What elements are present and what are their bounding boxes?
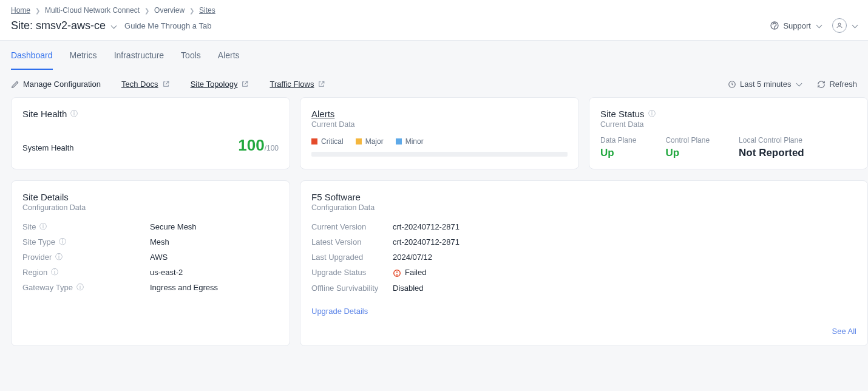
sw-row-offline-survivability: Offline Survivability Disabled — [311, 280, 856, 296]
time-range-label: Last 5 minutes — [740, 80, 792, 89]
fail-icon — [393, 268, 401, 277]
local-control-plane-value: Not Reported — [739, 147, 804, 159]
tabs: Dashboard Metrics Infrastructure Tools A… — [0, 41, 868, 70]
major-color-icon — [356, 138, 362, 144]
system-health-label: System Health — [22, 143, 74, 152]
tech-docs-label: Tech Docs — [121, 80, 158, 89]
tab-metrics[interactable]: Metrics — [70, 41, 97, 70]
chevron-down-icon — [795, 80, 801, 89]
svg-point-5 — [397, 274, 398, 275]
detail-row-gateway-type: Gateway Typeⓘ Ingress and Egress — [22, 280, 279, 295]
manage-configuration-button[interactable]: Manage Configuration — [11, 80, 101, 89]
breadcrumb-mcn[interactable]: Multi-Cloud Network Connect — [45, 6, 140, 15]
control-plane-label: Control Plane — [665, 136, 710, 144]
chevron-down-icon[interactable] — [109, 19, 116, 32]
sw-label-current-version: Current Version — [311, 222, 393, 231]
detail-row-region: Regionⓘ us-east-2 — [22, 265, 279, 280]
site-topology-label: Site Topology — [191, 80, 238, 89]
sw-value-latest-version: crt-20240712-2871 — [393, 237, 459, 246]
site-status-card: Site Status ⓘ Current Data Data Plane Up… — [589, 97, 868, 169]
external-link-icon — [162, 80, 170, 88]
chevron-down-icon — [815, 21, 821, 30]
site-health-title: Site Health ⓘ — [22, 109, 279, 119]
info-icon[interactable]: ⓘ — [59, 237, 66, 247]
external-link-icon — [241, 80, 249, 88]
chevron-right-icon: ❯ — [35, 7, 40, 14]
sw-label-latest-version: Latest Version — [311, 237, 393, 246]
tab-tools[interactable]: Tools — [181, 41, 201, 70]
svg-point-2 — [838, 23, 841, 25]
control-plane-value: Up — [665, 147, 710, 159]
detail-label-site-type: Site Typeⓘ — [22, 237, 150, 247]
alerts-legend: Critical Major Minor — [311, 137, 568, 146]
data-plane-status: Data Plane Up — [600, 136, 636, 159]
info-icon[interactable]: ⓘ — [51, 267, 58, 277]
legend-major-label: Major — [365, 137, 384, 146]
refresh-button[interactable]: Refresh — [817, 80, 857, 89]
info-icon[interactable]: ⓘ — [76, 282, 84, 293]
site-details-card: Site Details Configuration Data Siteⓘ Se… — [11, 180, 290, 346]
critical-color-icon — [311, 138, 317, 144]
info-icon[interactable]: ⓘ — [70, 109, 78, 119]
alerts-subtitle: Current Data — [311, 120, 568, 129]
user-menu[interactable] — [832, 18, 857, 33]
sw-value-last-upgraded: 2024/07/12 — [393, 253, 432, 262]
chevron-right-icon: ❯ — [144, 7, 149, 14]
local-control-plane-status: Local Control Plane Not Reported — [739, 136, 804, 159]
time-range-selector[interactable]: Last 5 minutes — [728, 80, 802, 89]
page-title[interactable]: Site: smsv2-aws-ce — [11, 19, 116, 32]
support-button[interactable]: Support — [770, 21, 821, 30]
legend-minor-label: Minor — [405, 137, 424, 146]
sw-label-offline-survivability: Offline Survivability — [311, 284, 393, 293]
legend-critical: Critical — [311, 137, 344, 146]
legend-minor: Minor — [396, 137, 424, 146]
upgrade-details-link[interactable]: Upgrade Details — [311, 307, 368, 316]
alerts-card: Alerts Current Data Critical Major Minor — [300, 97, 579, 169]
sw-label-last-upgraded: Last Upgraded — [311, 253, 393, 262]
site-details-rows: Siteⓘ Secure Mesh Site Typeⓘ Mesh Provid… — [22, 219, 279, 295]
detail-row-provider: Providerⓘ AWS — [22, 250, 279, 265]
toolbar-right: Last 5 minutes Refresh — [728, 80, 857, 89]
chevron-down-icon — [850, 21, 857, 30]
breadcrumb-sites[interactable]: Sites — [199, 6, 215, 15]
avatar-icon — [832, 18, 847, 33]
sw-row-upgrade-status: Upgrade Status Failed — [311, 265, 856, 280]
breadcrumb-overview[interactable]: Overview — [154, 6, 185, 15]
alerts-title: Alerts — [311, 109, 568, 119]
svg-point-1 — [775, 28, 775, 29]
traffic-flows-link[interactable]: Traffic Flows — [270, 80, 325, 89]
info-icon[interactable]: ⓘ — [55, 252, 63, 262]
f5-software-rows: Current Version crt-20240712-2871 Latest… — [311, 219, 856, 296]
detail-label-site: Siteⓘ — [22, 222, 150, 232]
tech-docs-link[interactable]: Tech Docs — [121, 80, 170, 89]
header-right: Support — [770, 18, 857, 33]
tab-infrastructure[interactable]: Infrastructure — [114, 41, 164, 70]
traffic-flows-label: Traffic Flows — [270, 80, 314, 89]
sw-label-upgrade-status: Upgrade Status — [311, 268, 393, 277]
tab-dashboard[interactable]: Dashboard — [11, 41, 53, 70]
detail-row-site: Siteⓘ Secure Mesh — [22, 219, 279, 234]
breadcrumb-home[interactable]: Home — [11, 6, 30, 15]
info-icon[interactable]: ⓘ — [648, 109, 656, 119]
detail-value-gateway-type: Ingress and Egress — [150, 283, 218, 292]
cards-row-1: Site Health ⓘ System Health 100/100 Aler… — [0, 97, 868, 180]
site-health-title-text: Site Health — [22, 109, 67, 119]
breadcrumb: Home ❯ Multi-Cloud Network Connect ❯ Ove… — [0, 0, 868, 15]
info-icon[interactable]: ⓘ — [39, 222, 47, 232]
alerts-title-link[interactable]: Alerts — [311, 109, 334, 119]
sw-row-last-upgraded: Last Upgraded 2024/07/12 — [311, 250, 856, 265]
header: Home ❯ Multi-Cloud Network Connect ❯ Ove… — [0, 0, 868, 41]
detail-value-provider: AWS — [150, 253, 168, 262]
site-details-title: Site Details — [22, 192, 279, 202]
guide-me-link[interactable]: Guide Me Through a Tab — [124, 21, 211, 30]
f5-software-title-text: F5 Software — [311, 192, 361, 202]
sw-row-current-version: Current Version crt-20240712-2871 — [311, 219, 856, 234]
system-health-row: System Health 100/100 — [22, 136, 279, 155]
legend-major: Major — [356, 137, 384, 146]
site-health-card: Site Health ⓘ System Health 100/100 — [11, 97, 290, 169]
site-topology-link[interactable]: Site Topology — [191, 80, 249, 89]
see-all-link[interactable]: See All — [311, 327, 856, 336]
tab-alerts[interactable]: Alerts — [218, 41, 240, 70]
site-details-title-text: Site Details — [22, 192, 69, 202]
site-status-title-text: Site Status — [600, 109, 645, 119]
